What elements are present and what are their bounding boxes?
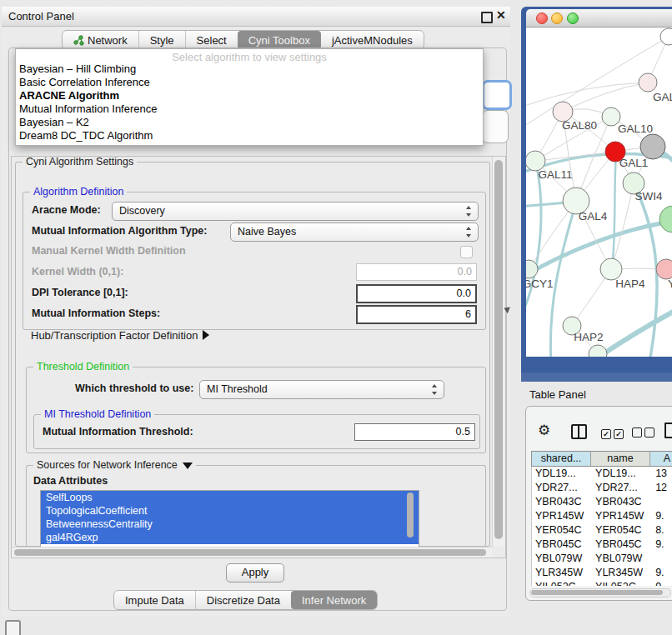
export-file-icon[interactable] — [664, 422, 672, 438]
columns-icon[interactable] — [571, 424, 587, 439]
table-row[interactable]: YPR145WYPR145W9. — [532, 509, 672, 523]
node-table-body: YDL19...YDL19...13YDR27...YDR27...12YBR0… — [531, 467, 672, 586]
close-icon[interactable]: ✕ — [496, 8, 506, 22]
algorithm-option[interactable]: Bayesian – K2 — [16, 116, 483, 129]
attribute-item[interactable]: BetweennessCentrality — [41, 518, 419, 531]
combo-arrows-icon — [466, 206, 472, 217]
tab-style[interactable]: Style — [138, 31, 185, 49]
network-node[interactable] — [660, 28, 672, 45]
table-row[interactable]: YDR27...YDR27...12 — [532, 481, 672, 495]
kernel-width-field[interactable]: 0.0 — [356, 263, 477, 281]
attribute-item[interactable]: gal4RGexp — [41, 531, 419, 544]
mi-threshold-field[interactable]: 0.5 — [354, 423, 475, 441]
cyni-bottom-tabbar: Impute Data Discretize Data Infer Networ… — [113, 590, 378, 610]
network-node-gal7[interactable] — [639, 73, 657, 92]
apply-button[interactable]: Apply — [226, 563, 284, 582]
desktop-background-strip — [521, 372, 672, 382]
network-edge[interactable] — [526, 162, 541, 315]
tab-network-label: Network — [88, 34, 128, 47]
network-edge[interactable] — [612, 152, 616, 270]
network-node[interactable] — [659, 206, 672, 232]
table-row[interactable]: YDL19...YDL19...13 — [532, 467, 672, 481]
algorithm-definition-group: Algorithm Definition Aracne Mode: Discov… — [23, 192, 486, 330]
table-panel: ⚙ ✓✓ shared... name A YDL19...YDL19...13… — [525, 406, 672, 601]
network-edge[interactable] — [563, 82, 648, 112]
mi-threshold-definition-group: MI Threshold Definition Mutual Informati… — [33, 414, 480, 449]
control-panel-title: Control Panel — [8, 10, 74, 22]
close-traffic-icon[interactable] — [536, 12, 548, 24]
algorithm-option[interactable]: ARACNE Algorithm — [16, 89, 483, 102]
data-attributes-list[interactable]: SelfLoopsTopologicalCoefficientBetweenne… — [40, 490, 419, 548]
column-header-name[interactable]: name — [591, 452, 650, 466]
cyni-algorithm-settings-group: Cyni Algorithm Settings Algorithm Defini… — [15, 162, 490, 547]
cyni-algorithm-settings-title: Cyni Algorithm Settings — [23, 156, 137, 168]
mi-algorithm-type-combo[interactable]: Naive Bayes — [230, 222, 479, 242]
mi-threshold-label: Mutual Information Threshold: — [43, 423, 193, 441]
table-row[interactable]: YBL079WYBL079W — [532, 552, 672, 566]
which-threshold-combo[interactable]: MI Threshold — [199, 380, 444, 399]
attribute-item[interactable]: TopologicalCoefficient — [41, 504, 419, 518]
column-header-shared-name[interactable]: shared... — [532, 452, 591, 466]
table-row[interactable]: YER054CYER054C8. — [532, 523, 672, 538]
combo-edge — [482, 110, 509, 143]
minimized-panel-icon[interactable] — [5, 620, 21, 635]
threshold-definition-group: Threshold Definition Which threshold to … — [26, 367, 486, 453]
network-view-window: GAL7GAL80GAL10GAL1GAL11SWI4GAL4GCY1HAP4Y… — [521, 7, 672, 372]
network-node[interactable] — [640, 134, 665, 159]
hub-definition-toggle[interactable]: Hub/Transcription Factor Definition — [31, 327, 209, 344]
table-horizontal-scrollbar[interactable] — [529, 588, 671, 598]
minimize-traffic-icon[interactable] — [551, 12, 563, 24]
tab-select[interactable]: Select — [185, 31, 238, 49]
algorithm-definition-title: Algorithm Definition — [30, 186, 127, 198]
aracne-mode-label: Aracne Mode: — [32, 202, 101, 219]
kernel-width-label: Kernel Width (0,1): — [32, 263, 123, 281]
combo-arrows-icon — [466, 227, 472, 238]
sources-title[interactable]: Sources for Network Inference — [33, 459, 196, 471]
table-horizontal-scrollbar-thumb[interactable] — [531, 590, 663, 595]
select-all-icon[interactable]: ✓✓ — [601, 428, 626, 439]
table-row[interactable]: YBR043CYBR043C — [532, 495, 672, 509]
tab-impute-data[interactable]: Impute Data — [114, 591, 195, 609]
algorithm-option[interactable]: Basic Correlation Inference — [16, 76, 483, 89]
dpi-tolerance-field[interactable]: 0.0 — [356, 284, 477, 303]
table-row[interactable]: YBR045CYBR045C9. — [532, 538, 672, 552]
algorithm-option[interactable]: Mutual Information Inference — [16, 102, 483, 116]
application-root: Control Panel ✕ Network Style Select Cyn… — [0, 0, 672, 635]
attribute-item[interactable]: SelfLoops — [41, 491, 419, 504]
threshold-definition-title: Threshold Definition — [33, 361, 133, 372]
vertical-scrollbar[interactable] — [492, 157, 505, 547]
horizontal-scrollbar-thumb[interactable] — [14, 549, 486, 556]
tab-network[interactable]: Network — [63, 31, 138, 49]
node-label: GAL11 — [538, 168, 572, 181]
table-toolbar: ⚙ ✓✓ — [526, 407, 672, 448]
tab-cyni-toolbox[interactable]: Cyni Toolbox — [238, 31, 321, 49]
tab-infer-network[interactable]: Infer Network — [291, 591, 377, 609]
algorithm-dropdown-placeholder: Select algorithm to view settings — [16, 49, 483, 62]
network-canvas[interactable]: GAL7GAL80GAL10GAL1GAL11SWI4GAL4GCY1HAP4Y… — [526, 28, 672, 357]
expanded-arrow-icon — [183, 462, 193, 469]
mi-threshold-definition-title: MI Threshold Definition — [41, 408, 154, 420]
algorithm-option[interactable]: Dream8 DC_TDC Algorithm — [16, 129, 483, 142]
algorithm-option[interactable]: Bayesian – Hill Climbing — [16, 62, 483, 76]
zoom-traffic-icon[interactable] — [567, 12, 579, 24]
horizontal-scrollbar[interactable] — [12, 547, 492, 558]
table-row[interactable]: YIL052CYIL052C9. — [532, 580, 672, 586]
mi-steps-field[interactable]: 6 — [356, 305, 477, 324]
collapsed-arrow-icon — [203, 330, 209, 340]
float-window-icon[interactable] — [481, 12, 493, 23]
list-scrollbar-thumb[interactable] — [407, 492, 414, 538]
manual-kernel-label: Manual Kernel Width Definition — [32, 242, 186, 260]
mi-steps-label: Mutual Information Steps: — [32, 305, 160, 322]
column-header-partial[interactable]: A — [650, 452, 672, 466]
data-attributes-label: Data Attributes — [33, 472, 108, 490]
manual-kernel-checkbox[interactable] — [460, 246, 473, 258]
tab-jactivemnodules[interactable]: jActiveMNodules — [321, 31, 424, 49]
dpi-tolerance-label: DPI Tolerance [0,1]: — [32, 284, 128, 302]
table-row[interactable]: YLR345WYLR345W9. — [532, 566, 672, 580]
gear-icon[interactable]: ⚙ — [538, 422, 550, 439]
network-node-y[interactable] — [656, 259, 672, 279]
tab-discretize-data[interactable]: Discretize Data — [195, 591, 291, 609]
aracne-mode-combo[interactable]: Discovery — [112, 202, 479, 221]
deselect-all-icon[interactable] — [632, 428, 657, 440]
vertical-scrollbar-thumb[interactable] — [494, 160, 503, 539]
